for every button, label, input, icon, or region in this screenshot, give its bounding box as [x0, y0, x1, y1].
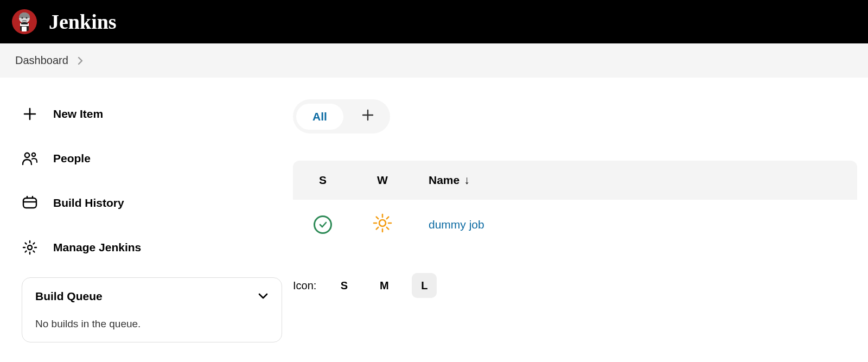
breadcrumb: Dashboard: [0, 43, 868, 78]
svg-point-11: [379, 220, 386, 226]
chevron-down-icon: [258, 290, 269, 303]
app-title[interactable]: Jenkins: [49, 10, 117, 34]
svg-point-7: [25, 153, 29, 157]
svg-rect-9: [23, 198, 36, 208]
build-queue-message: No builds in the queue.: [35, 318, 269, 330]
column-header-status[interactable]: S: [293, 161, 353, 200]
icon-sizer: Icon: S M L: [293, 273, 857, 298]
job-link[interactable]: dummy job: [429, 218, 484, 231]
history-icon: [22, 195, 38, 211]
column-header-name[interactable]: Name↓: [412, 161, 857, 200]
icon-size-small[interactable]: S: [331, 273, 356, 298]
gear-icon: [22, 239, 38, 256]
build-queue-title: Build Queue: [35, 290, 103, 303]
column-header-weather[interactable]: W: [353, 161, 412, 200]
sidebar-item-label: People: [53, 152, 91, 165]
job-table: S W Name↓: [293, 161, 857, 249]
build-queue-toggle[interactable]: Build Queue: [35, 290, 269, 303]
icon-sizer-label: Icon:: [293, 280, 316, 292]
sidebar-item-build-history[interactable]: Build History: [22, 188, 282, 218]
people-icon: [22, 150, 38, 167]
sidebar-item-label: Build History: [53, 196, 124, 209]
plus-icon: [22, 106, 38, 122]
sidebar: New Item People Build His: [0, 99, 293, 342]
tab-all[interactable]: All: [296, 104, 343, 130]
build-queue-panel: Build Queue No builds in the queue.: [22, 277, 282, 342]
table-header-row: S W Name↓: [293, 161, 857, 200]
icon-size-large[interactable]: L: [412, 273, 437, 298]
tab-add-view[interactable]: [349, 103, 387, 130]
weather-cell: [353, 200, 412, 249]
sidebar-item-manage-jenkins[interactable]: Manage Jenkins: [22, 233, 282, 262]
chevron-right-icon[interactable]: [77, 56, 84, 66]
main-content: New Item People Build His: [0, 78, 868, 342]
svg-point-3: [25, 17, 27, 18]
plus-icon: [362, 109, 374, 124]
header-bar: Jenkins: [0, 0, 868, 43]
sidebar-item-label: Manage Jenkins: [53, 241, 141, 254]
name-cell: dummy job: [412, 200, 857, 249]
sunny-weather-icon: [372, 213, 393, 233]
svg-point-2: [21, 17, 23, 18]
sidebar-item-new-item[interactable]: New Item: [22, 99, 282, 129]
svg-point-10: [28, 245, 32, 250]
sidebar-item-label: New Item: [53, 107, 103, 120]
breadcrumb-item-dashboard[interactable]: Dashboard: [15, 54, 68, 67]
jenkins-logo[interactable]: [11, 8, 38, 35]
status-cell: [293, 200, 353, 249]
svg-point-8: [32, 153, 35, 156]
icon-size-medium[interactable]: M: [372, 273, 397, 298]
table-row: dummy job: [293, 200, 857, 249]
view-tabs: All: [293, 99, 390, 134]
content-area: All S W Name↓: [293, 99, 868, 342]
success-status-icon: [314, 215, 332, 234]
sidebar-item-people[interactable]: People: [22, 144, 282, 173]
sort-down-icon: ↓: [464, 174, 470, 186]
svg-rect-5: [22, 27, 27, 31]
